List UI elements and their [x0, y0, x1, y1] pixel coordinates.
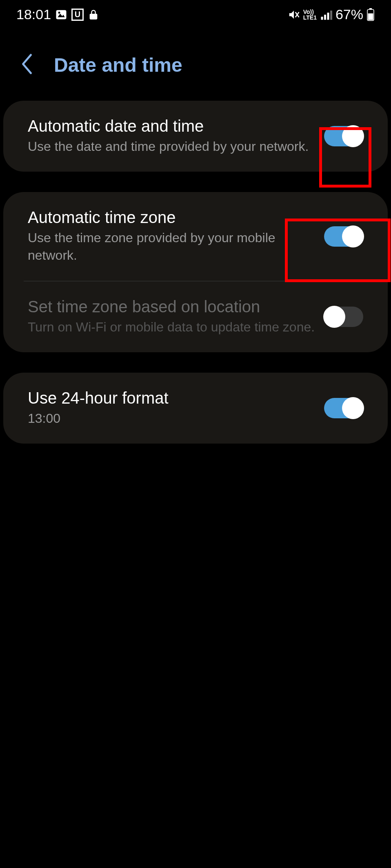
mute-icon	[288, 9, 300, 21]
row-subtitle: 13:00	[28, 410, 316, 427]
lock-icon	[88, 9, 99, 20]
signal-icon	[320, 9, 332, 21]
status-right: Vo)) LTE1 67%	[288, 7, 375, 22]
row-title: Use 24-hour format	[28, 389, 316, 407]
row-subtitle: Use the date and time provided by your n…	[28, 138, 316, 155]
row-title: Automatic time zone	[28, 208, 316, 227]
svg-rect-6	[324, 15, 326, 20]
toggle-auto-timezone[interactable]	[324, 226, 363, 247]
row-subtitle: Use the time zone provided by your mobil…	[28, 229, 316, 264]
row-title: Set time zone based on location	[28, 298, 316, 316]
picture-icon	[55, 9, 67, 21]
svg-rect-7	[327, 13, 329, 20]
svg-rect-5	[321, 17, 323, 20]
toggle-auto-date-time[interactable]	[324, 126, 363, 146]
clock-time: 18:01	[16, 7, 51, 22]
battery-icon	[367, 8, 375, 21]
volte-label: Vo)) LTE1	[303, 9, 317, 20]
row-auto-date-time[interactable]: Automatic date and time Use the date and…	[3, 101, 388, 172]
card-format: Use 24-hour format 13:00	[3, 373, 388, 444]
card-timezone: Automatic time zone Use the time zone pr…	[3, 192, 388, 352]
back-icon[interactable]	[20, 53, 33, 76]
svg-rect-8	[330, 11, 332, 20]
status-bar: 18:01 U Vo)) LTE1 67%	[0, 0, 391, 29]
svg-rect-0	[56, 10, 67, 19]
toggle-tz-location	[324, 307, 363, 327]
svg-point-2	[58, 11, 60, 13]
toggle-24hour-format[interactable]	[324, 398, 363, 418]
status-left: 18:01 U	[16, 7, 99, 22]
page-title: Date and time	[54, 54, 182, 76]
row-tz-location: Set time zone based on location Turn on …	[3, 281, 388, 352]
battery-percent: 67%	[335, 7, 363, 22]
card-auto-date: Automatic date and time Use the date and…	[3, 101, 388, 172]
svg-rect-10	[369, 8, 372, 9]
page-header: Date and time	[0, 29, 391, 101]
row-24hour-format[interactable]: Use 24-hour format 13:00	[3, 373, 388, 444]
row-auto-timezone[interactable]: Automatic time zone Use the time zone pr…	[3, 192, 388, 280]
row-title: Automatic date and time	[28, 117, 316, 135]
row-subtitle: Turn on Wi-Fi or mobile data to update t…	[28, 318, 316, 336]
u-app-icon: U	[71, 9, 84, 21]
svg-rect-11	[368, 13, 373, 20]
